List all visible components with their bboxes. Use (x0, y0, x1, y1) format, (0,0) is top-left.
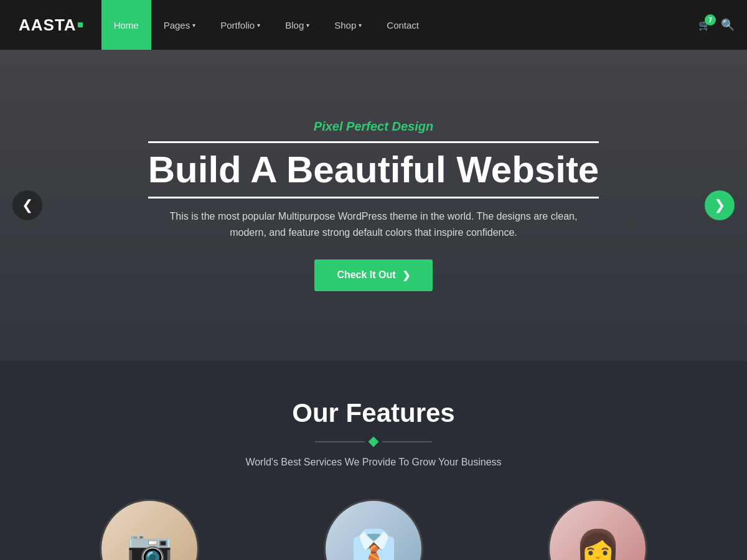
nav-link-portfolio[interactable]: Portfolio ▾ (208, 0, 273, 50)
site-logo[interactable]: AASTA (0, 0, 101, 50)
cart-count-badge: 7 (705, 14, 716, 26)
feature-card-image-1: 📷 (100, 499, 199, 560)
nav-link-shop[interactable]: Shop ▾ (322, 0, 374, 50)
nav-actions: 🛒 7 🔍 (686, 0, 747, 50)
nav-label-portfolio: Portfolio (220, 20, 255, 30)
features-subtitle: World's Best Services We Provide To Grow… (25, 457, 722, 468)
nav-item-blog[interactable]: Blog ▾ (273, 0, 322, 50)
chevron-down-icon: ▾ (257, 22, 260, 29)
cart-button[interactable]: 🛒 7 (698, 19, 711, 31)
hero-section: ❮ Pixel Perfect Design Build A Beautiful… (0, 50, 747, 361)
feature-card-image-2: 👔 (324, 499, 423, 560)
hero-prev-button[interactable]: ❮ (12, 190, 42, 220)
left-arrow-icon: ❮ (22, 197, 33, 213)
nav-link-home[interactable]: Home (101, 0, 151, 50)
businessman-icon: 👔 (350, 527, 397, 561)
nav-link-contact[interactable]: Contact (374, 0, 431, 50)
nav-menu: Home Pages ▾ Portfolio ▾ Blog ▾ Shop ▾ (101, 0, 686, 50)
divider-line-right (382, 441, 432, 442)
feature-card-2: 👔 (271, 499, 476, 560)
logo-text: AASTA (19, 16, 77, 35)
right-arrow-icon: ❯ (714, 197, 725, 213)
feature-card-image-3: 👩 (548, 499, 647, 560)
nav-item-home[interactable]: Home (101, 0, 151, 50)
feature-card-1: 📷 (47, 499, 252, 560)
hero-cta-button[interactable]: Check It Out ❯ (314, 259, 432, 291)
cta-label: Check It Out (337, 269, 395, 281)
cta-arrow-icon: ❯ (402, 269, 410, 281)
divider-diamond (369, 437, 379, 447)
divider-line-left (315, 441, 365, 442)
chevron-down-icon: ▾ (192, 22, 195, 29)
features-divider (25, 438, 722, 446)
features-section: Our Features World's Best Services We Pr… (0, 361, 747, 560)
navbar: AASTA Home Pages ▾ Portfolio ▾ Blog ▾ (0, 0, 747, 50)
hero-content: Pixel Perfect Design Build A Beautiful W… (136, 119, 611, 291)
chevron-down-icon: ▾ (359, 22, 362, 29)
nav-item-pages[interactable]: Pages ▾ (151, 0, 209, 50)
search-icon[interactable]: 🔍 (721, 18, 735, 32)
nav-item-portfolio[interactable]: Portfolio ▾ (208, 0, 273, 50)
nav-item-shop[interactable]: Shop ▾ (322, 0, 374, 50)
logo-dot (78, 22, 83, 27)
hero-description: This is the most popular Multipurpose Wo… (156, 208, 591, 240)
chevron-down-icon: ▾ (306, 22, 309, 29)
feature-image-inner-1: 📷 (101, 501, 197, 560)
photographer-icon: 📷 (126, 527, 173, 561)
nav-label-pages: Pages (164, 20, 190, 30)
woman-icon: 👩 (575, 527, 621, 561)
features-cards: 📷 👔 👩 (25, 499, 722, 560)
feature-image-inner-3: 👩 (550, 501, 646, 560)
nav-link-pages[interactable]: Pages ▾ (151, 0, 209, 50)
hero-subtitle: Pixel Perfect Design (148, 119, 599, 134)
nav-item-contact[interactable]: Contact (374, 0, 431, 50)
nav-label-blog: Blog (285, 20, 304, 30)
hero-next-button[interactable]: ❯ (705, 190, 735, 220)
nav-label-shop: Shop (334, 20, 356, 30)
feature-image-inner-2: 👔 (326, 501, 421, 560)
feature-card-3: 👩 (495, 499, 700, 560)
hero-title: Build A Beautiful Website (148, 141, 599, 198)
features-title: Our Features (25, 398, 722, 428)
nav-link-blog[interactable]: Blog ▾ (273, 0, 322, 50)
